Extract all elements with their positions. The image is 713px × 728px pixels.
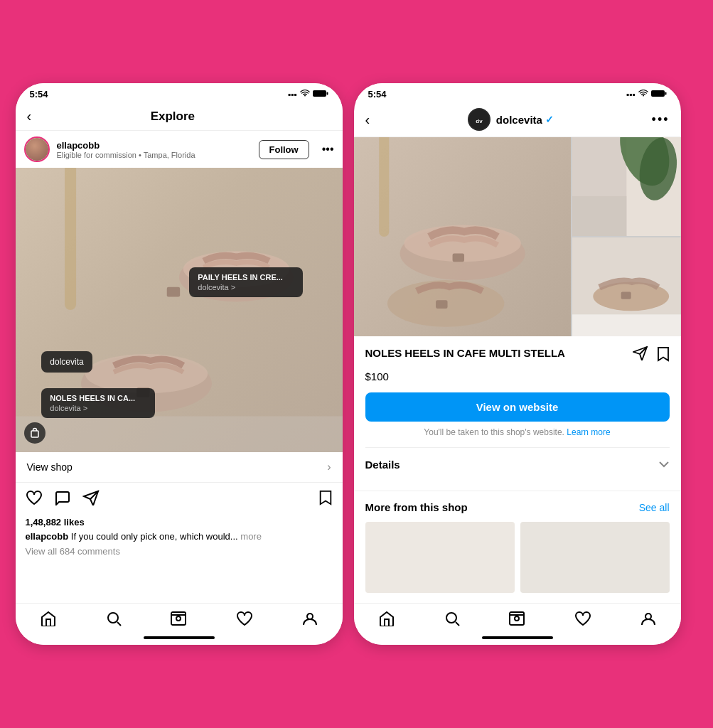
status-icons-right: ▪▪▪ [626, 90, 667, 100]
svg-rect-35 [572, 196, 626, 236]
view-website-button[interactable]: View on website [365, 392, 670, 422]
share-button[interactable] [82, 490, 100, 510]
more-from-shop-title: More from this shop [365, 501, 468, 513]
save-icon-right[interactable] [657, 346, 670, 365]
nav-home-left[interactable] [40, 611, 57, 626]
status-icons-left: ▪▪▪ [288, 90, 328, 100]
see-all-link[interactable]: See all [639, 502, 670, 513]
nav-reel-right[interactable] [508, 611, 525, 626]
tag2-title: dolcevita [50, 357, 83, 367]
tag3-title: NOLES HEELS IN CA... [50, 394, 146, 402]
svg-rect-44 [510, 612, 524, 625]
shop-item-2[interactable] [520, 522, 670, 593]
caption-username[interactable]: ellapcobb [26, 531, 69, 542]
svg-rect-28 [452, 253, 463, 262]
details-row[interactable]: Details [365, 447, 670, 481]
svg-rect-1 [326, 92, 328, 95]
post-more-button[interactable]: ••• [322, 143, 334, 156]
svg-rect-11 [31, 431, 38, 437]
post-likes: 1,48,882 likes [16, 517, 343, 530]
svg-point-19 [307, 614, 313, 619]
tag1-title: PAILY HEELS IN CRE... [198, 273, 294, 282]
nav-reel-left[interactable] [170, 611, 187, 626]
shop-item-1[interactable] [365, 522, 515, 593]
time-right: 5:54 [368, 89, 387, 100]
back-button-left[interactable]: ‹ [27, 108, 32, 124]
post-comments[interactable]: View all 684 comments [16, 546, 343, 562]
tag1-brand: dolcevita > [198, 283, 294, 291]
product-tag-2[interactable]: dolcevita [41, 351, 92, 373]
caption-more[interactable]: more [240, 531, 262, 542]
nav-home-right[interactable] [378, 611, 395, 626]
product-tag-1[interactable]: PAILY HEELS IN CRE... dolcevita > [189, 267, 303, 297]
back-button-right[interactable]: ‹ [365, 112, 370, 128]
brand-avatar[interactable]: dv [468, 108, 490, 131]
home-indicator-right [354, 631, 681, 645]
page-title-left: Explore [151, 109, 195, 124]
details-chevron [658, 458, 670, 471]
user-info: ellapcobb Eligible for commission • Tamp… [57, 140, 252, 159]
svg-rect-39 [572, 314, 681, 336]
like-button[interactable] [26, 490, 43, 510]
more-from-shop-header: More from this shop See all [365, 501, 670, 513]
brand-name: dolcevita ✓ [496, 114, 554, 126]
shop-items-grid [365, 522, 670, 593]
svg-rect-0 [313, 90, 326, 97]
profile-nav: ‹ dv dolcevita ✓ ••• [354, 102, 681, 137]
svg-rect-8 [166, 287, 179, 297]
product-image-small-2[interactable] [572, 237, 681, 336]
share-icon-right[interactable] [633, 346, 648, 365]
svg-rect-10 [16, 417, 343, 453]
home-indicator-left [16, 631, 343, 645]
svg-point-45 [515, 616, 519, 621]
nav-heart-right[interactable] [574, 611, 591, 626]
product-title: NOLES HEELS IN CAFE MULTI STELLA [365, 346, 627, 360]
website-note: You'll be taken to this shop's website. … [365, 427, 670, 437]
chevron-right-icon: › [327, 461, 331, 473]
shopping-bag-icon[interactable] [24, 422, 45, 444]
product-image-main[interactable] [354, 137, 571, 336]
post-image: PAILY HEELS IN CRE... dolcevita > dolcev… [16, 168, 343, 452]
battery-icon-right [651, 90, 667, 100]
phone-right: 5:54 ▪▪▪ ‹ dv dolcevita ✓ [354, 83, 681, 645]
nav-heart-left[interactable] [236, 611, 253, 626]
svg-point-14 [108, 613, 118, 623]
avatar-left[interactable] [24, 136, 50, 162]
details-label: Details [365, 459, 400, 471]
follow-button[interactable]: Follow [259, 140, 309, 159]
svg-text:dv: dv [476, 118, 483, 124]
svg-point-47 [645, 614, 651, 619]
wifi-icon-right [638, 90, 648, 100]
svg-rect-21 [665, 92, 666, 95]
svg-line-43 [456, 622, 459, 626]
product-tag-3[interactable]: NOLES HEELS IN CA... dolcevita > [41, 388, 155, 418]
nav-search-right[interactable] [444, 611, 460, 626]
wifi-icon [300, 90, 310, 100]
svg-point-17 [176, 616, 181, 621]
profile-nav-center: dv dolcevita ✓ [468, 108, 554, 131]
svg-rect-3 [65, 168, 76, 310]
username-left[interactable]: ellapcobb [57, 140, 252, 151]
save-button-left[interactable] [318, 490, 333, 510]
comment-button[interactable] [54, 490, 71, 510]
view-shop-bar[interactable]: View shop › [16, 452, 343, 483]
product-image-small-1[interactable] [572, 137, 681, 236]
svg-point-42 [446, 613, 456, 623]
svg-rect-25 [379, 137, 389, 237]
svg-rect-20 [651, 90, 665, 97]
product-title-row: NOLES HEELS IN CAFE MULTI STELLA [365, 346, 670, 365]
bottom-nav-right [354, 603, 681, 631]
post-actions [16, 483, 343, 517]
product-images-side [572, 137, 681, 336]
learn-more-link[interactable]: Learn more [567, 427, 610, 437]
nav-bar-left: ‹ Explore [16, 102, 343, 131]
svg-rect-16 [171, 612, 186, 625]
product-price: $100 [365, 370, 670, 382]
product-images-grid [354, 137, 681, 336]
more-button-right[interactable]: ••• [652, 112, 670, 127]
time-left: 5:54 [30, 89, 48, 100]
nav-search-left[interactable] [106, 611, 122, 626]
nav-profile-right[interactable] [640, 611, 656, 626]
svg-rect-30 [436, 300, 447, 309]
nav-profile-left[interactable] [302, 611, 318, 626]
